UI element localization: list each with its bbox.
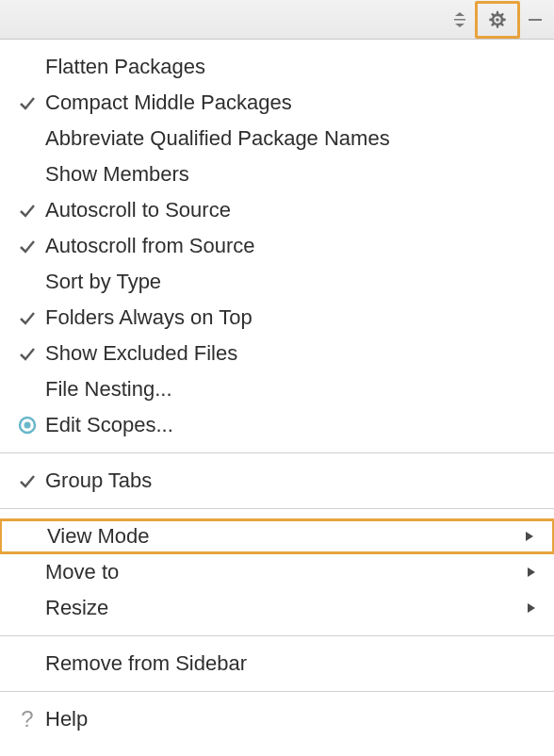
radio-icon: [11, 411, 43, 439]
menu-item-label: View Mode: [45, 524, 513, 549]
menu-item-show-excluded-files[interactable]: Show Excluded Files: [0, 336, 554, 371]
menu-item-help[interactable]: ? Help: [0, 701, 554, 737]
svg-rect-1: [454, 19, 465, 21]
checkmark-icon: [11, 467, 43, 495]
submenu-arrow-icon: [514, 566, 537, 579]
menu-item-label: Abbreviate Qualified Package Names: [43, 126, 537, 151]
menu-item-resize[interactable]: Resize: [0, 590, 554, 626]
menu-item-label: Group Tabs: [43, 468, 537, 493]
checkmark-icon: [11, 232, 43, 260]
checkmark-icon: [11, 649, 43, 678]
menu-item-group-tabs[interactable]: Group Tabs: [0, 463, 554, 499]
menu-item-label: Autoscroll from Source: [43, 234, 537, 258]
menu-item-label: Compact Middle Packages: [43, 90, 537, 115]
checkmark-icon: [11, 268, 43, 296]
menu-section: Flatten Packages Compact Middle Packages…: [0, 49, 554, 443]
menu-separator: [0, 508, 554, 509]
menu-item-compact-middle-packages[interactable]: Compact Middle Packages: [0, 85, 554, 121]
menu-section: Group Tabs: [0, 463, 554, 499]
menu-item-label: Show Excluded Files: [43, 341, 537, 366]
menu-separator: [0, 452, 554, 453]
svg-marker-2: [455, 24, 464, 27]
menu-item-label: Resize: [43, 596, 514, 620]
menu-separator: [0, 691, 554, 692]
menu-item-label: Show Members: [43, 162, 537, 187]
menu-item-label: Edit Scopes...: [43, 413, 537, 437]
gear-icon[interactable]: [475, 1, 520, 39]
svg-marker-8: [528, 603, 535, 613]
menu-item-move-to[interactable]: Move to: [0, 554, 554, 590]
svg-point-5: [24, 422, 31, 429]
menu-separator: [0, 635, 554, 636]
checkmark-icon: [11, 304, 43, 332]
checkmark-icon: [11, 160, 43, 189]
toolbar: [0, 0, 554, 40]
menu-item-folders-always-on-top[interactable]: Folders Always on Top: [0, 300, 554, 336]
submenu-arrow-icon: [513, 530, 535, 543]
menu-section: Remove from Sidebar: [0, 646, 554, 682]
checkmark-icon: [11, 594, 43, 622]
menu-item-label: Help: [43, 707, 537, 731]
menu-section: ? Help: [0, 701, 554, 737]
checkmark-icon: [11, 124, 43, 153]
minimize-icon[interactable]: [520, 5, 550, 35]
help-icon: ?: [11, 705, 43, 733]
menu-section: View Mode Move to Resize: [0, 518, 554, 626]
svg-rect-3: [529, 19, 542, 21]
menu-item-file-nesting[interactable]: File Nesting...: [0, 371, 554, 407]
svg-marker-6: [526, 532, 533, 541]
menu-item-abbreviate-qualified-package-names[interactable]: Abbreviate Qualified Package Names: [0, 121, 554, 156]
svg-marker-7: [528, 567, 535, 577]
menu-item-show-members[interactable]: Show Members: [0, 156, 554, 192]
menu-item-edit-scopes[interactable]: Edit Scopes...: [0, 407, 554, 443]
menu-item-sort-by-type[interactable]: Sort by Type: [0, 264, 554, 300]
checkmark-icon: [11, 53, 43, 81]
checkmark-icon: [13, 522, 45, 551]
svg-marker-0: [455, 12, 464, 16]
settings-menu: Flatten Packages Compact Middle Packages…: [0, 40, 554, 737]
menu-item-label: File Nesting...: [43, 377, 537, 402]
menu-item-label: Autoscroll to Source: [43, 198, 537, 222]
checkmark-icon: [11, 196, 43, 224]
checkmark-icon: [11, 339, 43, 368]
menu-item-label: Sort by Type: [43, 270, 537, 294]
menu-item-autoscroll-to-source[interactable]: Autoscroll to Source: [0, 192, 554, 228]
collapse-icon[interactable]: [445, 5, 475, 35]
menu-item-flatten-packages[interactable]: Flatten Packages: [0, 49, 554, 85]
menu-item-autoscroll-from-source[interactable]: Autoscroll from Source: [0, 228, 554, 264]
checkmark-icon: [11, 375, 43, 403]
menu-item-label: Remove from Sidebar: [43, 651, 537, 676]
menu-item-label: Move to: [43, 560, 514, 584]
menu-item-remove-from-sidebar[interactable]: Remove from Sidebar: [0, 646, 554, 682]
submenu-arrow-icon: [514, 601, 537, 615]
menu-item-view-mode[interactable]: View Mode: [0, 518, 554, 554]
menu-item-label: Folders Always on Top: [43, 305, 537, 330]
menu-item-label: Flatten Packages: [43, 55, 537, 79]
checkmark-icon: [11, 558, 43, 586]
checkmark-icon: [11, 89, 43, 117]
